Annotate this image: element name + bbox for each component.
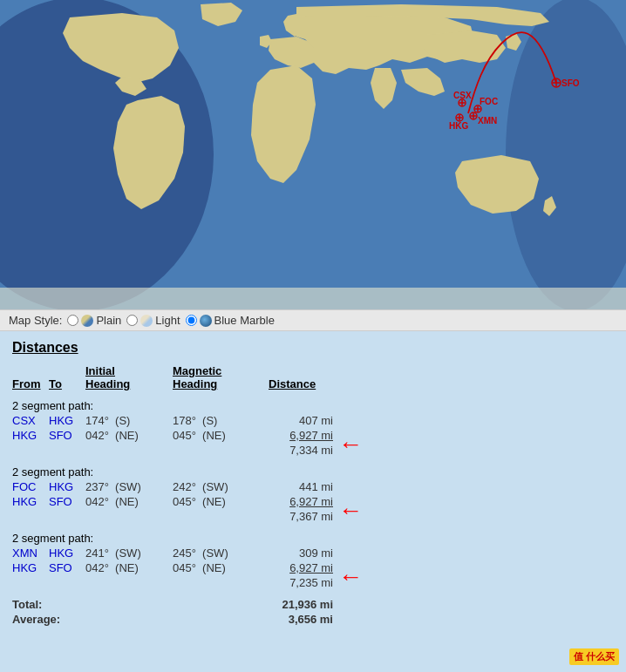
table-row: HKG SFO 042° (NE) 045° (NE) 6,927 mi ← — [12, 560, 614, 575]
arrow-cell-1 — [338, 413, 614, 428]
airport-link-sfo-3[interactable]: SFO — [49, 561, 72, 574]
init-heading-4: 042° (NE) — [85, 494, 173, 509]
segment-2-header: 2 segment path: — [12, 460, 614, 479]
subtotal-1-spacer — [12, 443, 269, 460]
avg-arrow-space — [338, 612, 614, 627]
to-sfo-3: SFO — [49, 560, 85, 575]
subtotal-2-value: 7,367 mi — [269, 509, 338, 526]
segment-3-label: 2 segment path: — [12, 526, 614, 546]
style-light-radio[interactable] — [126, 315, 138, 326]
col-to: To — [49, 363, 85, 394]
distance-2: 6,927 mi — [269, 428, 338, 443]
from-hkg-3: HKG — [12, 560, 49, 575]
airport-link-csx[interactable]: CSX — [12, 414, 36, 427]
subtotal-2-spacer — [12, 509, 269, 526]
from-xmn: XMN — [12, 546, 49, 560]
airport-link-hkg-6[interactable]: HKG — [12, 561, 37, 574]
airport-link-hkg-1[interactable]: HKG — [49, 414, 73, 427]
mag-heading-1: 178° (S) — [173, 413, 269, 428]
style-bluemarble-radio[interactable] — [186, 315, 197, 326]
airport-link-foc[interactable]: FOC — [12, 480, 36, 493]
style-bluemarble-option[interactable]: Blue Marble — [186, 314, 275, 327]
airport-link-sfo-1[interactable]: SFO — [49, 429, 72, 442]
table-row: CSX HKG 174° (S) 178° (S) 407 mi — [12, 413, 614, 428]
from-foc: FOC — [12, 479, 49, 494]
style-light-option[interactable]: Light — [126, 314, 180, 327]
col-from: From — [12, 363, 49, 394]
arrow-cell-2: ← — [338, 428, 614, 460]
segment-3-header: 2 segment path: — [12, 526, 614, 546]
init-heading-5: 241° (SW) — [85, 546, 173, 560]
average-value: 3,656 mi — [269, 612, 338, 627]
arrow-cell-3 — [338, 479, 614, 494]
mag-heading-4: 045° (NE) — [173, 494, 269, 509]
mag-heading-3: 242° (SW) — [173, 479, 269, 494]
total-arrow-space — [338, 593, 614, 612]
from-hkg-2: HKG — [12, 494, 49, 509]
style-plain-option[interactable]: Plain — [67, 314, 121, 327]
mag-heading-2: 045° (NE) — [173, 428, 269, 443]
segment-1-header: 2 segment path: — [12, 394, 614, 413]
subtotal-3-spacer — [12, 575, 269, 593]
distances-section: Distances From To InitialHeading Magneti… — [0, 331, 626, 639]
distance-1: 407 mi — [269, 413, 338, 428]
total-label: Total: — [12, 593, 269, 612]
average-row: Average: 3,656 mi — [12, 612, 614, 627]
init-heading-6: 042° (NE) — [85, 560, 173, 575]
table-row: HKG SFO 042° (NE) 045° (NE) 6,927 mi ← — [12, 494, 614, 509]
style-plain-radio[interactable] — [67, 315, 78, 326]
map-container: SFO CSX FOC HKG XMN — [0, 0, 626, 309]
airport-link-sfo-2[interactable]: SFO — [49, 495, 72, 508]
col-distance: Distance — [269, 363, 338, 394]
distance-6: 6,927 mi — [269, 560, 338, 575]
airport-link-hkg-4[interactable]: HKG — [12, 495, 37, 508]
mag-heading-5: 245° (SW) — [173, 546, 269, 560]
svg-text:FOC: FOC — [480, 97, 498, 106]
map-style-label: Map Style: — [9, 314, 62, 327]
style-light-label: Light — [155, 314, 180, 327]
segment-2-label: 2 segment path: — [12, 460, 614, 479]
style-bluemarble-label: Blue Marble — [214, 314, 275, 327]
table-row: HKG SFO 042° (NE) 045° (NE) 6,927 mi ← — [12, 428, 614, 443]
from-hkg-1: HKG — [12, 428, 49, 443]
from-csx: CSX — [12, 413, 49, 428]
total-value: 21,936 mi — [269, 593, 338, 612]
init-heading-2: 042° (NE) — [85, 428, 173, 443]
arrow-cell-5 — [338, 546, 614, 560]
subtotal-1-value: 7,334 mi — [269, 443, 338, 460]
airport-link-hkg-5[interactable]: HKG — [49, 546, 73, 560]
distance-5: 309 mi — [269, 546, 338, 560]
airport-link-hkg-2[interactable]: HKG — [12, 429, 37, 442]
arrow-cell-4: ← — [338, 494, 614, 526]
init-heading-3: 237° (SW) — [85, 479, 173, 494]
distance-3: 441 mi — [269, 479, 338, 494]
col-initial-heading: InitialHeading — [85, 363, 173, 394]
subtotal-3-value: 7,235 mi — [269, 575, 338, 593]
distances-title: Distances — [12, 340, 614, 356]
map-style-bar: Map Style: Plain Light Blue Marble — [0, 309, 626, 331]
plain-globe-icon — [81, 315, 93, 327]
svg-text:CSX: CSX — [453, 91, 472, 100]
col-arrow-space — [338, 363, 614, 394]
segment-1-label: 2 segment path: — [12, 394, 614, 413]
distance-4: 6,927 mi — [269, 494, 338, 509]
to-sfo-2: SFO — [49, 494, 85, 509]
airport-link-hkg-3[interactable]: HKG — [49, 480, 73, 493]
svg-rect-3 — [0, 288, 626, 309]
svg-text:SFO: SFO — [561, 78, 580, 88]
to-sfo-1: SFO — [49, 428, 85, 443]
svg-text:XMN: XMN — [478, 116, 497, 126]
average-label: Average: — [12, 612, 269, 627]
to-hkg-1: HKG — [49, 413, 85, 428]
total-row: Total: 21,936 mi — [12, 593, 614, 612]
airport-link-xmn[interactable]: XMN — [12, 546, 37, 560]
to-hkg-3: HKG — [49, 546, 85, 560]
light-globe-icon — [140, 315, 153, 327]
style-plain-label: Plain — [96, 314, 121, 327]
col-magnetic-heading: MagneticHeading — [173, 363, 269, 394]
distances-table: From To InitialHeading MagneticHeading D… — [12, 363, 614, 627]
table-row: FOC HKG 237° (SW) 242° (SW) 441 mi — [12, 479, 614, 494]
table-row: XMN HKG 241° (SW) 245° (SW) 309 mi — [12, 546, 614, 560]
to-hkg-2: HKG — [49, 479, 85, 494]
mag-heading-6: 045° (NE) — [173, 560, 269, 575]
